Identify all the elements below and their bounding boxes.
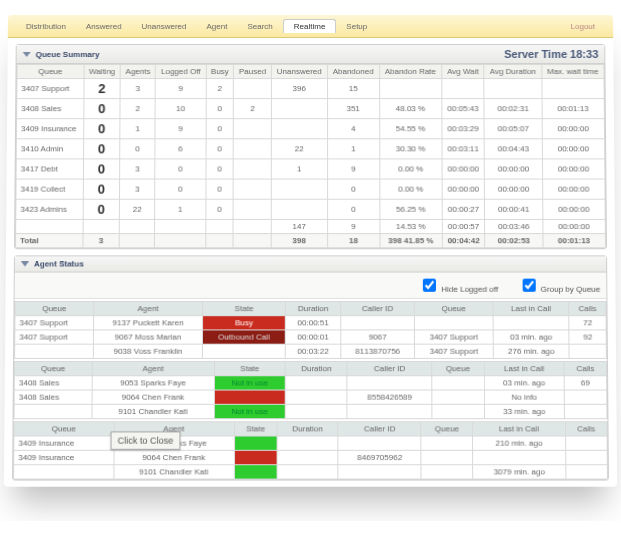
tab-answered[interactable]: Answered (76, 19, 132, 32)
tab-agent[interactable]: Agent (196, 19, 237, 32)
group-by-queue-checkbox[interactable]: Group by Queue (518, 276, 600, 295)
tab-search[interactable]: Search (237, 19, 282, 32)
column-header: Unanswered (271, 65, 327, 79)
column-header: Waiting (84, 65, 121, 79)
queue-summary-table: QueueWaitingAgentsLogged OffBusyPausedUn… (15, 64, 606, 248)
queue-summary-title: Queue Summary (36, 49, 100, 58)
column-header: Calls (569, 301, 606, 315)
column-header: Duration (285, 361, 347, 375)
logout-link[interactable]: Logout (571, 21, 606, 30)
queue-summary-panel: Queue Summary Server Time 18:33 QueueWai… (14, 44, 607, 249)
queue-row[interactable]: 3419 Collect030000.00 %00:00:0000:00:000… (16, 179, 605, 199)
agent-row[interactable]: 3407 Support9067 Moss MarianOutbound Cal… (15, 330, 607, 344)
agent-row[interactable]: 9101 Chandler Kati3079 min. ago (14, 465, 608, 479)
column-header: Caller ID (341, 301, 415, 315)
column-header: Agent (93, 301, 202, 315)
queue-row[interactable]: 3423 Admins02210056.25 %00:00:2700:00:41… (16, 199, 605, 219)
agent-status-panel: Agent Status Hide Logged off Group by Qu… (12, 255, 609, 480)
tab-bar: Distribution Answered Unanswered Agent S… (8, 15, 613, 38)
queue-row[interactable]: 3410 Admin006022130.30 %00:03:1100:04:43… (16, 139, 604, 159)
agent-row[interactable]: 3408 Sales9064 Chen Frank8558426589No in… (14, 390, 607, 404)
column-header: Avg Duration (484, 65, 541, 79)
column-header: Duration (286, 301, 341, 315)
click-to-close-tooltip[interactable]: Click to Close (110, 431, 180, 449)
agent-state-cell (234, 436, 277, 450)
agent-state-cell (203, 344, 286, 358)
agent-row[interactable]: 3407 Support9137 Puckett KarenBusy00:00:… (15, 316, 606, 330)
agent-options: Hide Logged off Group by Queue (15, 273, 607, 299)
column-header: Queue (432, 361, 484, 375)
column-header: State (214, 361, 285, 375)
column-header: Queue (14, 422, 114, 436)
agent-row[interactable]: 9038 Voss Franklin00:03:2281138707563407… (15, 344, 607, 358)
queue-row[interactable]: 147914.53 %00:00:5700:03:4600:00:00 (16, 219, 606, 233)
column-header: Agent (92, 361, 214, 375)
column-header: Calls (564, 361, 606, 375)
server-time: Server Time 18:33 (504, 48, 598, 60)
column-header: Duration (277, 422, 338, 436)
column-header: Max. wait time (541, 65, 604, 79)
column-header: Queue (421, 422, 472, 436)
column-header: Avg Wait (442, 65, 485, 79)
column-header: Queue (414, 301, 493, 315)
agent-row[interactable]: 3408 Sales9053 Sparks FayeNot in use03 m… (14, 376, 606, 390)
agent-state-cell (234, 450, 277, 464)
agent-row[interactable]: 9101 Chandler KatiNot in use33 min. ago (14, 404, 607, 418)
agent-state-cell (214, 390, 285, 404)
tab-unanswered[interactable]: Unanswered (132, 19, 197, 32)
queue-row[interactable]: 3408 Sales02100235148.03 %00:05:4300:02:… (17, 99, 605, 119)
agent-state-cell: Outbound Call (203, 330, 286, 344)
tab-setup[interactable]: Setup (336, 19, 377, 32)
column-header: Queue (17, 65, 84, 79)
column-header: Caller ID (338, 422, 421, 436)
queue-row[interactable]: 3407 Support239239615 (17, 79, 604, 99)
column-header: Busy (206, 65, 234, 79)
column-header: Last in Call (484, 361, 564, 375)
column-header: Abandoned (327, 65, 379, 79)
column-header: State (203, 301, 286, 315)
column-header: Queue (14, 361, 92, 375)
agent-row[interactable]: 3409 Insurance9064 Chen Frank8469705962 (14, 450, 608, 464)
collapse-icon[interactable] (21, 261, 29, 266)
agent-row[interactable]: 3409 Insurance9053 Sparks Faye210 min. a… (14, 436, 607, 450)
column-header: Last in Call (493, 301, 569, 315)
column-header: Agents (120, 65, 155, 79)
agent-state-cell: Not in use (214, 376, 285, 390)
column-header: Calls (565, 422, 607, 436)
agent-state-cell (234, 465, 277, 479)
tab-distribution[interactable]: Distribution (16, 19, 76, 32)
tab-realtime[interactable]: Realtime (283, 19, 337, 33)
column-header: Caller ID (347, 361, 432, 375)
agent-state-cell: Busy (203, 316, 286, 330)
queue-total-row: Total339818398 41.85 %00:04:4200:02:5300… (16, 234, 606, 248)
column-header: Logged Off (156, 65, 206, 79)
collapse-icon[interactable] (23, 51, 31, 56)
column-header: Queue (15, 301, 94, 315)
column-header: State (234, 422, 277, 436)
column-header: Last in Call (473, 422, 566, 436)
agent-status-title: Agent Status (34, 259, 84, 268)
queue-row[interactable]: 3409 Insurance0190454.55 %00:03:2900:05:… (16, 119, 604, 139)
agent-state-cell: Not in use (214, 404, 285, 418)
column-header: Paused (234, 65, 272, 79)
queue-row[interactable]: 3417 Debt0300190.00 %00:00:0000:00:0000:… (16, 159, 605, 179)
column-header: Abandon Rate (379, 65, 442, 79)
hide-logged-off-checkbox[interactable]: Hide Logged off (419, 276, 498, 295)
